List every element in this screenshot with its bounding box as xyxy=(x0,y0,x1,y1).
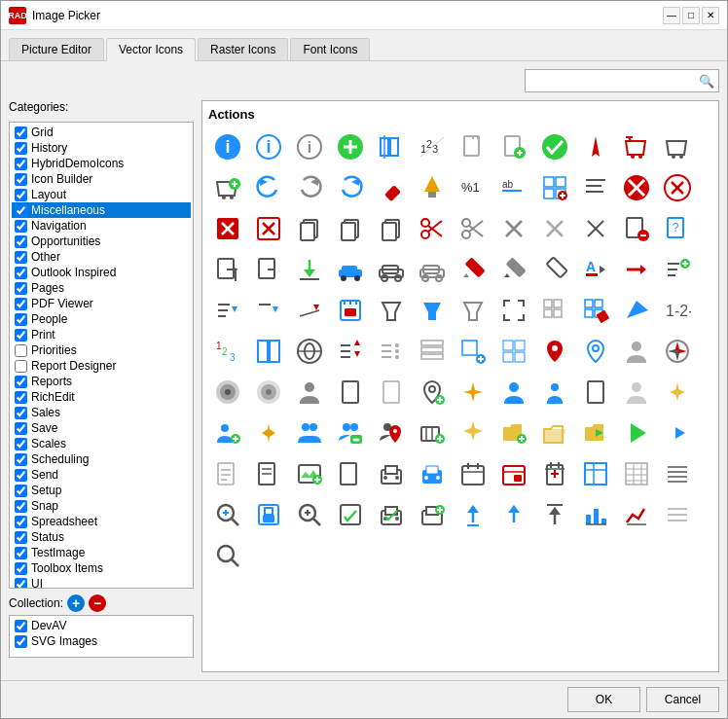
search-button[interactable]: 🔍 xyxy=(699,74,714,89)
cat-checkbox[interactable] xyxy=(15,391,27,404)
icon-cell[interactable] xyxy=(494,495,533,534)
icon-cell[interactable] xyxy=(372,250,411,289)
icon-cell[interactable] xyxy=(290,495,329,534)
cat-checkbox[interactable] xyxy=(15,158,27,170)
icon-cell[interactable] xyxy=(535,168,574,207)
tab-vector-icons[interactable]: Vector Icons xyxy=(106,38,196,61)
icon-cell[interactable] xyxy=(454,250,492,289)
icon-cell[interactable] xyxy=(331,250,370,289)
icon-cell[interactable] xyxy=(454,413,492,452)
cat-checkbox[interactable] xyxy=(15,360,27,373)
icon-cell[interactable] xyxy=(576,413,615,452)
tab-picture-editor[interactable]: Picture Editor xyxy=(9,38,104,60)
icon-cell[interactable] xyxy=(249,332,288,371)
icon-cell[interactable] xyxy=(617,332,656,371)
icon-cell[interactable] xyxy=(290,250,329,289)
cat-checkbox[interactable] xyxy=(15,562,27,575)
icon-cell[interactable] xyxy=(372,332,411,371)
icon-cell[interactable] xyxy=(494,291,533,330)
icon-cell[interactable] xyxy=(454,209,492,248)
icon-cell[interactable] xyxy=(372,373,411,412)
cat-checkbox[interactable] xyxy=(15,173,27,186)
icon-cell[interactable] xyxy=(454,454,492,493)
icon-cell[interactable] xyxy=(331,209,370,248)
icon-cell[interactable] xyxy=(535,413,574,452)
icon-cell[interactable] xyxy=(658,332,697,371)
icon-cell[interactable] xyxy=(413,250,452,289)
icon-cell[interactable] xyxy=(413,332,452,371)
cat-checkbox[interactable] xyxy=(15,204,27,217)
cat-item[interactable]: Report Designer xyxy=(12,358,191,374)
icon-cell[interactable] xyxy=(290,291,329,330)
icon-cell[interactable] xyxy=(576,168,615,207)
cat-checkbox[interactable] xyxy=(15,500,27,513)
icon-cell[interactable]: i xyxy=(249,127,288,166)
icon-cell[interactable] xyxy=(331,127,370,166)
icon-cell[interactable] xyxy=(494,209,533,248)
cat-item[interactable]: Reports xyxy=(12,374,191,389)
close-button[interactable]: ✕ xyxy=(702,7,719,24)
icon-cell[interactable] xyxy=(658,454,697,493)
icon-cell[interactable] xyxy=(413,373,452,412)
cat-checkbox[interactable] xyxy=(15,220,27,233)
icon-cell[interactable] xyxy=(494,454,533,493)
cancel-button[interactable]: Cancel xyxy=(646,687,719,712)
cat-item[interactable]: Icon Builder xyxy=(12,171,191,187)
icon-cell[interactable] xyxy=(413,209,452,248)
icon-cell[interactable] xyxy=(249,373,288,412)
maximize-button[interactable]: □ xyxy=(682,7,700,24)
cat-checkbox[interactable] xyxy=(15,547,27,559)
cat-item[interactable]: Print xyxy=(12,327,191,342)
icon-cell[interactable] xyxy=(372,209,411,248)
icon-cell[interactable] xyxy=(494,127,533,166)
collection-checkbox[interactable] xyxy=(15,635,27,648)
icon-cell[interactable] xyxy=(454,332,492,371)
icon-cell[interactable] xyxy=(658,495,697,534)
cat-checkbox[interactable] xyxy=(15,422,27,435)
cat-item[interactable]: Layout xyxy=(12,187,191,202)
icon-cell[interactable] xyxy=(658,168,697,207)
cat-checkbox[interactable] xyxy=(15,344,27,357)
icon-cell[interactable] xyxy=(658,250,697,289)
categories-list[interactable]: GridHistoryHybridDemoIconsIcon BuilderLa… xyxy=(9,122,194,589)
icon-cell[interactable] xyxy=(249,291,288,330)
cat-item[interactable]: RichEdit xyxy=(12,389,191,405)
icon-cell[interactable]: A xyxy=(576,250,615,289)
cat-checkbox[interactable] xyxy=(15,469,27,482)
cat-item[interactable]: UI xyxy=(12,576,191,589)
cat-item[interactable]: Scales xyxy=(12,436,191,451)
cat-item[interactable]: HybridDemoIcons xyxy=(12,156,191,171)
icon-cell[interactable] xyxy=(413,168,452,207)
cat-item[interactable]: Sales xyxy=(12,405,191,420)
cat-item[interactable]: Save xyxy=(12,420,191,436)
minimize-button[interactable]: — xyxy=(663,7,680,24)
cat-item[interactable]: History xyxy=(12,140,191,156)
cat-item[interactable]: People xyxy=(12,311,191,327)
icon-cell[interactable] xyxy=(331,291,370,330)
cat-checkbox[interactable] xyxy=(15,282,27,295)
icon-cell[interactable] xyxy=(494,373,533,412)
icon-cell[interactable] xyxy=(454,495,492,534)
cat-item[interactable]: Other xyxy=(12,249,191,265)
icon-cell[interactable] xyxy=(208,536,247,575)
icon-cell[interactable] xyxy=(249,495,288,534)
icon-cell[interactable] xyxy=(290,454,329,493)
cat-checkbox[interactable] xyxy=(15,453,27,466)
cat-checkbox[interactable] xyxy=(15,189,27,201)
cat-checkbox[interactable] xyxy=(15,298,27,310)
icon-cell[interactable] xyxy=(249,168,288,207)
icon-cell[interactable] xyxy=(535,209,574,248)
cat-item[interactable]: Spreadsheet xyxy=(12,514,191,529)
icon-cell[interactable] xyxy=(372,127,411,166)
icon-cell[interactable] xyxy=(290,332,329,371)
icon-cell[interactable] xyxy=(372,495,411,534)
icon-cell[interactable] xyxy=(208,168,247,207)
icon-cell[interactable] xyxy=(535,373,574,412)
icon-cell[interactable] xyxy=(331,454,370,493)
icon-cell[interactable] xyxy=(617,250,656,289)
cat-item[interactable]: Snap xyxy=(12,498,191,514)
icon-cell[interactable] xyxy=(576,209,615,248)
icon-cell[interactable] xyxy=(617,454,656,493)
icon-cell[interactable] xyxy=(208,413,247,452)
cat-checkbox[interactable] xyxy=(15,313,27,326)
